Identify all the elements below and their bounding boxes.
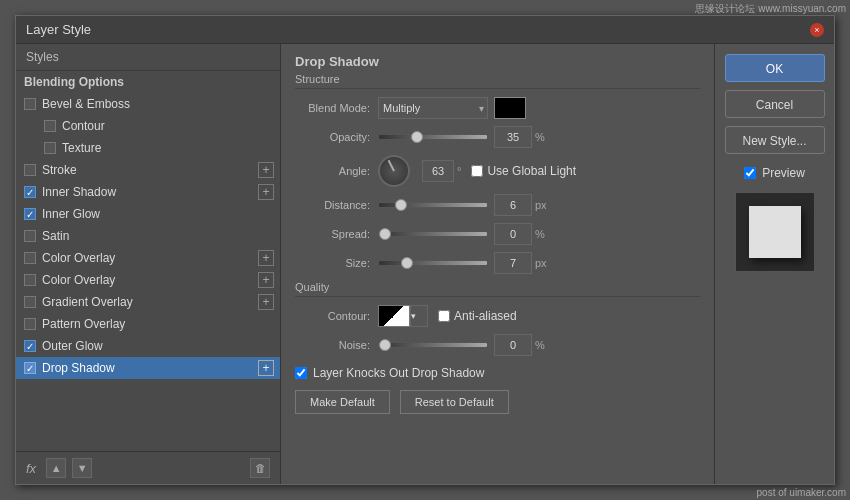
sidebar-item-color-overlay-2[interactable]: Color Overlay + — [16, 269, 280, 291]
fx-delete-button[interactable]: 🗑 — [250, 458, 270, 478]
anti-aliased-checkbox[interactable] — [438, 310, 450, 322]
dialog-body: Styles Blending Options Bevel & Emboss C… — [16, 44, 834, 484]
drop-shadow-checkbox[interactable]: ✓ — [24, 362, 36, 374]
ok-button[interactable]: OK — [725, 54, 825, 82]
fx-toolbar: fx ▲ ▼ 🗑 — [16, 451, 280, 484]
outer-glow-checkbox[interactable]: ✓ — [24, 340, 36, 352]
noise-input[interactable] — [494, 334, 532, 356]
drop-shadow-label: Drop Shadow — [42, 361, 115, 375]
sidebar-item-blending-options[interactable]: Blending Options — [16, 71, 280, 93]
drop-shadow-add-button[interactable]: + — [258, 360, 274, 376]
reset-to-default-button[interactable]: Reset to Default — [400, 390, 509, 414]
color-overlay2-label: Color Overlay — [42, 273, 115, 287]
bevel-emboss-label: Bevel & Emboss — [42, 97, 130, 111]
sidebar-item-satin[interactable]: Satin — [16, 225, 280, 247]
contour-thumbnail[interactable] — [378, 305, 410, 327]
spread-slider[interactable] — [378, 231, 488, 237]
blend-mode-select[interactable]: Multiply Normal Screen Overlay — [378, 97, 488, 119]
left-panel: Styles Blending Options Bevel & Emboss C… — [16, 44, 281, 484]
action-buttons: Make Default Reset to Default — [295, 390, 700, 414]
gradient-overlay-add-button[interactable]: + — [258, 294, 274, 310]
anti-alias-container: Anti-aliased — [438, 309, 517, 323]
inner-glow-checkbox[interactable]: ✓ — [24, 208, 36, 220]
gradient-overlay-checkbox[interactable] — [24, 296, 36, 308]
blend-mode-row: Blend Mode: Multiply Normal Screen Overl… — [295, 97, 700, 119]
distance-thumb[interactable] — [395, 199, 407, 211]
spread-input[interactable] — [494, 223, 532, 245]
color-overlay1-checkbox[interactable] — [24, 252, 36, 264]
noise-label: Noise: — [295, 339, 370, 351]
cancel-button[interactable]: Cancel — [725, 90, 825, 118]
styles-header: Styles — [16, 44, 280, 71]
right-panel: OK Cancel New Style... Preview — [714, 44, 834, 484]
contour-dropdown[interactable]: ▾ — [410, 305, 428, 327]
outer-glow-label: Outer Glow — [42, 339, 103, 353]
stroke-add-button[interactable]: + — [258, 162, 274, 178]
sidebar-item-color-overlay-1[interactable]: Color Overlay + — [16, 247, 280, 269]
sidebar-item-gradient-overlay[interactable]: Gradient Overlay + — [16, 291, 280, 313]
distance-row: Distance: px — [295, 194, 700, 216]
inner-shadow-checkbox[interactable]: ✓ — [24, 186, 36, 198]
preview-checkbox[interactable] — [744, 167, 756, 179]
blend-mode-color-swatch[interactable] — [494, 97, 526, 119]
angle-label: Angle: — [295, 165, 370, 177]
sidebar-item-bevel-emboss[interactable]: Bevel & Emboss — [16, 93, 280, 115]
color-overlay2-add-button[interactable]: + — [258, 272, 274, 288]
dialog-title: Layer Style — [26, 22, 91, 37]
layer-knocks-checkbox[interactable] — [295, 367, 307, 379]
inner-shadow-add-button[interactable]: + — [258, 184, 274, 200]
angle-needle — [388, 160, 395, 172]
opacity-label: Opacity: — [295, 131, 370, 143]
noise-slider[interactable] — [378, 342, 488, 348]
opacity-slider[interactable] — [378, 134, 488, 140]
contour-label: Contour — [62, 119, 105, 133]
structure-label: Structure — [295, 73, 700, 89]
sidebar-item-pattern-overlay[interactable]: Pattern Overlay — [16, 313, 280, 335]
opacity-thumb[interactable] — [411, 131, 423, 143]
color-overlay1-label: Color Overlay — [42, 251, 115, 265]
fx-up-button[interactable]: ▲ — [46, 458, 66, 478]
main-panel: Drop Shadow Structure Blend Mode: Multip… — [281, 44, 714, 484]
texture-checkbox[interactable] — [44, 142, 56, 154]
inner-shadow-label: Inner Shadow — [42, 185, 116, 199]
pattern-overlay-label: Pattern Overlay — [42, 317, 125, 331]
opacity-input[interactable] — [494, 126, 532, 148]
distance-unit: px — [535, 199, 547, 211]
close-button[interactable]: × — [810, 23, 824, 37]
watermark-bottom: post of uimaker.com — [757, 487, 846, 498]
sidebar-item-contour[interactable]: Contour — [16, 115, 280, 137]
quality-section: Quality Contour: ▾ Anti-aliased — [295, 281, 700, 356]
spread-thumb[interactable] — [379, 228, 391, 240]
fx-down-button[interactable]: ▼ — [72, 458, 92, 478]
color-overlay1-add-button[interactable]: + — [258, 250, 274, 266]
sidebar-item-drop-shadow[interactable]: ✓ Drop Shadow + — [16, 357, 280, 379]
size-slider[interactable] — [378, 260, 488, 266]
size-thumb[interactable] — [401, 257, 413, 269]
bevel-emboss-checkbox[interactable] — [24, 98, 36, 110]
size-input[interactable] — [494, 252, 532, 274]
distance-input[interactable] — [494, 194, 532, 216]
distance-slider[interactable] — [378, 202, 488, 208]
use-global-light-checkbox[interactable] — [471, 165, 483, 177]
new-style-button[interactable]: New Style... — [725, 126, 825, 154]
sidebar-item-inner-glow[interactable]: ✓ Inner Glow — [16, 203, 280, 225]
angle-dial[interactable] — [378, 155, 410, 187]
make-default-button[interactable]: Make Default — [295, 390, 390, 414]
color-overlay2-checkbox[interactable] — [24, 274, 36, 286]
sidebar-item-inner-shadow[interactable]: ✓ Inner Shadow + — [16, 181, 280, 203]
pattern-overlay-checkbox[interactable] — [24, 318, 36, 330]
sidebar-item-stroke[interactable]: Stroke + — [16, 159, 280, 181]
contour-checkbox[interactable] — [44, 120, 56, 132]
angle-input[interactable] — [422, 160, 454, 182]
sidebar-item-outer-glow[interactable]: ✓ Outer Glow — [16, 335, 280, 357]
satin-checkbox[interactable] — [24, 230, 36, 242]
noise-thumb[interactable] — [379, 339, 391, 351]
layer-knocks-row: Layer Knocks Out Drop Shadow — [295, 366, 700, 380]
preview-label: Preview — [762, 166, 805, 180]
preview-section: Preview — [744, 166, 805, 180]
blend-mode-label: Blend Mode: — [295, 102, 370, 114]
blend-mode-wrapper: Multiply Normal Screen Overlay — [378, 97, 488, 119]
stroke-checkbox[interactable] — [24, 164, 36, 176]
contour-row: Contour: ▾ Anti-aliased — [295, 305, 700, 327]
sidebar-item-texture[interactable]: Texture — [16, 137, 280, 159]
